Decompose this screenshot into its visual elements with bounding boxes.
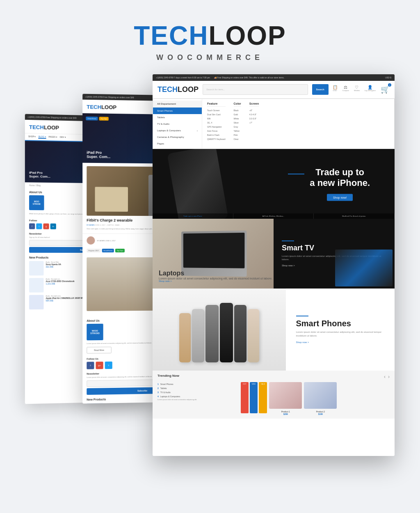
- tag-toptips[interactable]: Top Tips: [115, 249, 125, 252]
- compare-icon[interactable]: ⚖ Compare: [342, 85, 349, 94]
- trending-section: Trending Now ‹ › 1 Smart Phones 2 Tablet…: [153, 371, 395, 419]
- trending-row: 1 Smart Phones 2 Tablets 3 TV & Audio 4 …: [158, 382, 390, 415]
- product-image: [304, 382, 337, 409]
- twitter-icon[interactable]: t: [36, 223, 42, 229]
- googleplus-icon[interactable]: g+: [96, 362, 103, 369]
- hero-tabs: Trade up to a new iPhone AirPods: Wirele…: [153, 213, 395, 219]
- all-departments-label: All Departament: [153, 101, 202, 108]
- phones-info: Smart Phones Lorem ipsum dolor sit amet …: [286, 289, 395, 371]
- hero-title: Trade up toa new iPhone.: [310, 167, 370, 189]
- author-info: BY ADMIN JUNE 4, 2017: [97, 239, 116, 241]
- hero-phone-image: [167, 149, 228, 219]
- linkedin-icon[interactable]: in: [50, 224, 56, 229]
- laptops-sub: Lorem ipsum dolor sit amet consectetur a…: [159, 277, 272, 280]
- author-avatar: [87, 236, 95, 245]
- tag-flagman[interactable]: Flagman 2017: [87, 249, 100, 252]
- left-hero-text: iPad ProSuper. Com...: [29, 171, 50, 179]
- hero-tab-iphone[interactable]: Trade up to a new iPhone: [153, 213, 233, 219]
- logo-sub: WOOCOMMERCE: [0, 53, 420, 62]
- main-search-bar[interactable]: Search for item...: [203, 84, 308, 95]
- topbar-shipping: 🚚 Free Shipping on orders over $49. This…: [214, 76, 284, 79]
- hero-content: Trade up toa new iPhone. Shop now!: [310, 167, 370, 201]
- laptops-feature: Laptops Lorem ipsum dolor sit amet conse…: [153, 219, 274, 289]
- phones-title: Smart Phones: [296, 319, 385, 328]
- trending-desc: Lorem ipsum dolor sit amet consectetur a…: [158, 398, 237, 401]
- main-logo-tech: TECH: [158, 85, 178, 94]
- screen-main: +1(800) 2345-6789 7 days a week from 6:0…: [153, 74, 395, 456]
- trending-prev-icon[interactable]: ‹: [384, 374, 386, 380]
- logo-area: TECHLOOP WOOCOMMERCE: [0, 0, 420, 74]
- middle-hero-badges: SmartHome Top Tips: [86, 117, 109, 121]
- screenshots-container: +1(800) 2345-6789 Free Shipping on order…: [25, 74, 395, 468]
- facebook-icon[interactable]: f: [29, 223, 35, 229]
- list-item: 4 Laptops & Computers: [158, 394, 237, 398]
- trending-nav: ‹ ›: [384, 374, 390, 380]
- product-card: Product 2 $199: [304, 382, 337, 415]
- laptops-title: Laptops: [159, 270, 272, 277]
- twitter-icon[interactable]: t: [105, 362, 112, 369]
- hero-accent: [288, 174, 304, 174]
- laptops-link[interactable]: Shop now >: [159, 280, 272, 282]
- hero-tab-macbook[interactable]: MacBook Pro: A touch of genius.: [314, 213, 395, 219]
- trending-products: HOT NEW SALE Product 1 $299 Product 2 $1…: [241, 382, 390, 415]
- search-placeholder: Search for item...: [206, 88, 225, 91]
- laptops-text: Laptops Lorem ipsum dolor sit amet conse…: [159, 270, 272, 282]
- facebook-icon[interactable]: f: [87, 362, 94, 369]
- menu-item-smartphones[interactable]: Smart Phones: [153, 108, 202, 114]
- product-image: [29, 295, 43, 310]
- product-image: [29, 278, 43, 292]
- left-logo-loop: LOOP: [44, 124, 59, 131]
- googleplus-icon[interactable]: g: [43, 223, 49, 229]
- product-image: [269, 382, 302, 409]
- menu-item-laptops[interactable]: Laptops & Computers ›: [153, 127, 202, 134]
- badge-sale: SALE: [259, 382, 267, 413]
- menu-item-tablets[interactable]: Tablets: [153, 114, 202, 121]
- phones-row: Smart Phones Lorem ipsum dolor sit amet …: [153, 289, 395, 371]
- logo-tech: TECH: [134, 21, 208, 50]
- main-search-button[interactable]: Search: [312, 84, 329, 95]
- middle-logo-loop: LOOP: [101, 104, 116, 110]
- left-logo-tech: TECH: [29, 124, 44, 131]
- middle-hero-text: iPad ProSuper. Com...: [87, 151, 110, 159]
- menu-item-pages[interactable]: Pages: [153, 140, 202, 147]
- list-item: 3 TV & Audio: [158, 390, 237, 394]
- phones-image-area: [153, 289, 286, 371]
- megamenu-left: All Departament Smart Phones Tablets TV …: [153, 99, 202, 149]
- wishlist-icon[interactable]: ♡ Wishlist: [354, 85, 360, 94]
- menu-item-cameras[interactable]: Cameras & Photography: [153, 134, 202, 140]
- left-woo-badge: WOO STROID: [29, 195, 44, 211]
- hero-shop-button[interactable]: Shop now!: [327, 194, 353, 201]
- logo-loop: LOOP: [208, 21, 286, 50]
- topbar-phone: +1(800) 2345-6789 7 days a week from 6:0…: [156, 76, 210, 79]
- hero-tab-airpods[interactable]: AirPods: Wireless, Effortless...: [233, 213, 314, 219]
- trending-list: 1 Smart Phones 2 Tablets 3 TV & Audio 4 …: [158, 382, 237, 415]
- phone-lineup: [179, 297, 259, 362]
- smarttv-accent: [282, 240, 294, 241]
- product-card: Product 1 $299: [269, 382, 302, 415]
- order-icon[interactable]: 📋 Order: [333, 85, 338, 94]
- main-megamenu: All Departament Smart Phones Tablets TV …: [153, 98, 395, 149]
- megamenu-screen-col: Screen +6" 4.0-4.9" 3.0-3.9" +7": [249, 102, 259, 145]
- login-icon[interactable]: 👤 Log In/Register: [365, 85, 376, 94]
- trending-next-icon[interactable]: ›: [388, 374, 390, 380]
- list-item: 1 Smart Phones: [158, 382, 237, 386]
- topbar-currency: USD $: [385, 76, 391, 79]
- header-icons: 📋 Order ⚖ Compare ♡ Wishlist 👤 Log In/Re…: [333, 85, 390, 94]
- trending-badges: HOT NEW SALE: [241, 382, 267, 413]
- phones-text: Lorem ipsum dolor sit amet consectetur a…: [296, 330, 385, 338]
- read-more-button[interactable]: Read More: [87, 347, 112, 354]
- middle-woo-badge: WOO STROID: [87, 324, 103, 341]
- smarttv-image: [335, 250, 393, 286]
- menu-item-tv[interactable]: TV & Audio: [153, 121, 202, 127]
- feature-row: Laptops Lorem ipsum dolor sit amet conse…: [153, 219, 395, 289]
- trending-title: Trending Now: [158, 374, 179, 378]
- megamenu-feature-col: Feature Touch Screen Dual Sim Card Wifi …: [207, 102, 226, 145]
- tag-smarthome[interactable]: SmartHome: [102, 249, 114, 252]
- megamenu-cols: Feature Touch Screen Dual Sim Card Wifi …: [202, 99, 394, 149]
- main-header: TECHLOOP Search for item... Search 📋 Ord…: [153, 81, 395, 98]
- phones-link[interactable]: Shop now >: [296, 341, 385, 344]
- smarttv-feature: Smart TV Lorem ipsum dolor sit amet cons…: [274, 219, 395, 289]
- main-topbar: +1(800) 2345-6789 7 days a week from 6:0…: [153, 74, 395, 81]
- cart-icon[interactable]: 🛒 0: [381, 85, 390, 94]
- badge-new: NEW: [250, 382, 258, 413]
